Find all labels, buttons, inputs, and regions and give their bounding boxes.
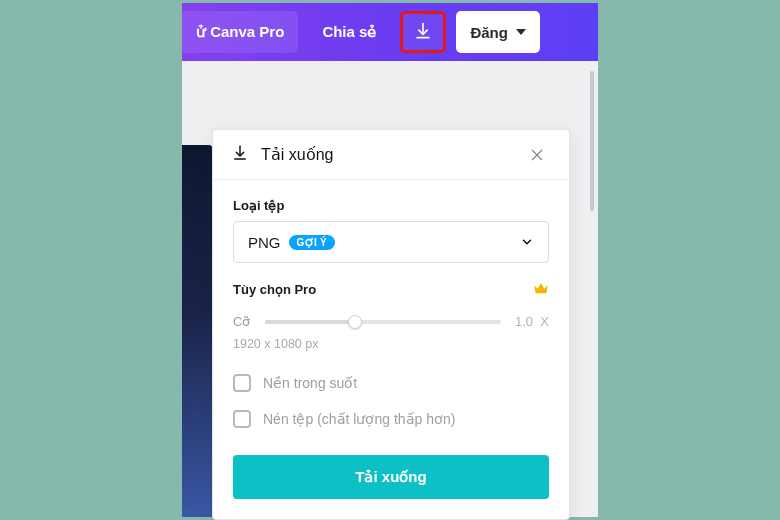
download-icon (231, 144, 249, 166)
login-button[interactable]: Đăng (456, 11, 540, 53)
share-label: Chia sẻ (322, 23, 376, 41)
try-pro-button[interactable]: ử Canva Pro (182, 11, 298, 53)
slider-thumb[interactable] (348, 315, 362, 329)
chevron-down-icon (520, 235, 534, 249)
size-label: Cỡ (233, 314, 251, 329)
chevron-down-icon (516, 29, 526, 35)
design-preview (182, 145, 212, 517)
filetype-select[interactable]: PNG GỢI Ý (233, 221, 549, 263)
panel-body: Loại tệp PNG GỢI Ý Tùy chọn Pro Cỡ (213, 180, 569, 519)
slider-fill (265, 320, 355, 324)
compress-file-label: Nén tệp (chất lượng thấp hơn) (263, 411, 456, 427)
download-icon (413, 21, 433, 44)
size-value: 1,0 X (515, 314, 549, 329)
login-label: Đăng (470, 24, 508, 41)
size-slider[interactable] (265, 320, 501, 324)
try-pro-label: ử Canva Pro (196, 23, 284, 41)
editor-canvas-area: Tải xuống Loại tệp PNG GỢI Ý Tùy chọn Pr… (182, 61, 598, 517)
close-button[interactable] (523, 141, 551, 169)
panel-header: Tải xuống (213, 130, 569, 180)
suggested-badge: GỢI Ý (289, 235, 336, 250)
filetype-label: Loại tệp (233, 198, 549, 213)
pro-options-label: Tùy chọn Pro (233, 282, 316, 297)
option-compress-row: Nén tệp (chất lượng thấp hơn) (233, 401, 549, 437)
vertical-scrollbar[interactable] (590, 71, 594, 211)
crown-icon (533, 281, 549, 298)
download-button[interactable]: Tải xuống (233, 455, 549, 499)
download-toolbar-button[interactable] (400, 11, 446, 53)
transparent-bg-label: Nền trong suốt (263, 375, 357, 391)
panel-title: Tải xuống (261, 145, 333, 164)
dimensions-text: 1920 x 1080 px (233, 331, 549, 365)
compress-file-checkbox[interactable] (233, 410, 251, 428)
download-panel: Tải xuống Loại tệp PNG GỢI Ý Tùy chọn Pr… (212, 129, 570, 520)
option-transparent-row: Nền trong suốt (233, 365, 549, 401)
filetype-value: PNG (248, 234, 281, 251)
top-toolbar: ử Canva Pro Chia sẻ Đăng (182, 3, 598, 61)
transparent-bg-checkbox[interactable] (233, 374, 251, 392)
download-button-label: Tải xuống (355, 468, 426, 486)
share-button[interactable]: Chia sẻ (308, 11, 390, 53)
